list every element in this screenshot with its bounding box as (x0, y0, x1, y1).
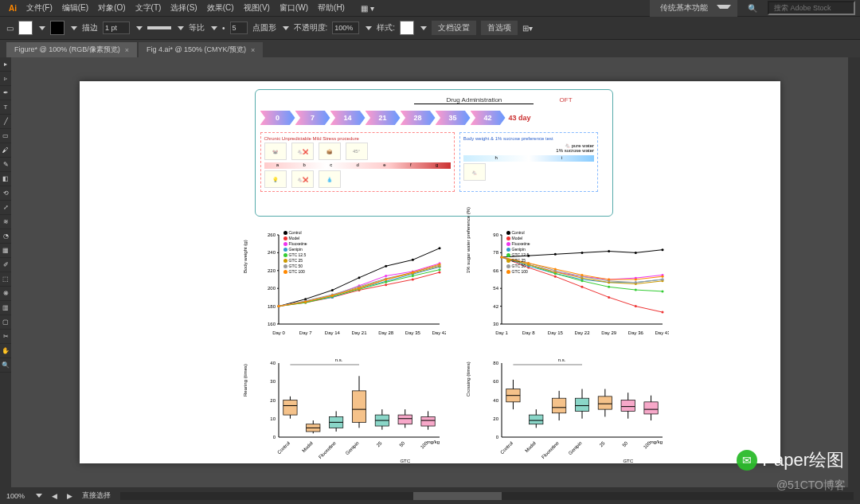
selection-tool-icon[interactable]: ▸ (0, 57, 11, 72)
chevron-down-icon (717, 5, 731, 12)
scrollbar-thumb[interactable] (413, 492, 502, 500)
direct-select-tool-icon[interactable]: ▹ (0, 72, 11, 86)
menu-file[interactable]: 文件(F) (22, 1, 57, 15)
close-icon[interactable]: × (125, 46, 129, 54)
svg-text:50: 50 (621, 440, 628, 447)
menu-effect[interactable]: 效果(C) (203, 1, 238, 15)
svg-point-149 (553, 268, 556, 270)
menu-view[interactable]: 视图(V) (240, 1, 274, 15)
svg-point-150 (580, 274, 583, 276)
shape-builder-icon[interactable]: ◔ (0, 229, 11, 244)
stress-protocol-box: Chronic Unpredictable Mild Stress proced… (260, 132, 455, 192)
svg-point-70 (277, 305, 280, 307)
svg-text:Control: Control (276, 440, 291, 455)
chart-bodyweight: Body weight (g) ControlModelFluoxetineGe… (247, 229, 446, 344)
search-icon[interactable]: 🔍 (744, 2, 761, 14)
eraser-tool-icon[interactable]: ◧ (0, 172, 11, 186)
artboard-tool-icon[interactable]: ▢ (0, 315, 11, 330)
svg-point-72 (330, 295, 333, 297)
svg-text:Day 43: Day 43 (655, 330, 669, 335)
artboard-nav-prev-icon[interactable]: ◀ (52, 492, 57, 500)
svg-text:Day 36: Day 36 (627, 330, 643, 335)
svg-rect-211 (552, 398, 565, 413)
line-tool-icon[interactable]: ╱ (0, 115, 11, 129)
width-tool-icon[interactable]: ≋ (0, 215, 11, 229)
current-tool-label: 直接选择 (82, 490, 111, 501)
svg-text:66: 66 (493, 268, 498, 273)
gradient-tool-icon[interactable]: ▦ (0, 244, 11, 258)
align-icon[interactable]: ⊞▾ (522, 24, 533, 33)
svg-point-151 (608, 279, 610, 281)
menu-select[interactable]: 选择(S) (166, 1, 201, 15)
svg-point-39 (385, 275, 387, 277)
menu-object[interactable]: 对象(O) (94, 1, 129, 15)
svg-point-26 (411, 259, 413, 261)
svg-text:60: 60 (493, 379, 498, 384)
brush-tool-icon[interactable]: 🖌 (0, 143, 11, 158)
drug-admin-label: Drug Administration (414, 96, 534, 104)
rect-tool-icon[interactable]: ▭ (0, 129, 11, 143)
prefs-button[interactable]: 首选项 (481, 21, 518, 35)
svg-text:Day 35: Day 35 (405, 330, 420, 335)
svg-text:260: 260 (267, 232, 276, 237)
canvas-area[interactable]: Drug Administration OFT 07142128354243 d… (11, 57, 848, 487)
workspace-switcher[interactable]: 传统基本功能 (650, 0, 737, 17)
rotate-tool-icon[interactable]: ⟲ (0, 186, 11, 201)
hand-tool-icon[interactable]: ✋ (0, 344, 11, 358)
symbol-tool-icon[interactable]: ❋ (0, 287, 11, 301)
close-icon[interactable]: × (251, 46, 255, 54)
chevron-down-icon (211, 26, 217, 30)
opacity-input[interactable] (332, 21, 359, 34)
svg-point-131 (634, 289, 636, 291)
status-bar: 100% ◀ ▶ 直接选择 (0, 487, 860, 504)
tab-fig4[interactable]: Fig 4.ai* @ 150% (CMYK/预览)× (139, 42, 263, 57)
zoom-level[interactable]: 100% (6, 492, 25, 500)
pencil-tool-icon[interactable]: ✎ (0, 158, 11, 172)
menu-edit[interactable]: 编辑(E) (58, 1, 92, 15)
stroke-style-preview[interactable] (147, 26, 171, 29)
svg-point-104 (661, 248, 663, 251)
graphic-style-swatch[interactable] (400, 21, 414, 35)
chevron-down-icon (36, 494, 42, 498)
right-panel-dock[interactable] (848, 57, 860, 487)
stock-search-input[interactable] (768, 1, 855, 15)
stroke-swatch[interactable] (50, 21, 64, 35)
svg-text:Day 15: Day 15 (547, 330, 563, 335)
svg-text:Day 8: Day 8 (522, 330, 534, 335)
menu-help[interactable]: 帮助(H) (314, 1, 349, 15)
svg-text:mg/kg: mg/kg (426, 440, 439, 444)
chevron-down-icon (420, 26, 427, 30)
arrange-icon[interactable]: ▦ ▾ (357, 2, 378, 14)
zoom-tool-icon[interactable]: 🔍 (0, 358, 11, 373)
stroke-weight-input[interactable] (103, 21, 130, 34)
svg-point-73 (358, 287, 360, 290)
svg-point-132 (661, 290, 663, 292)
type-tool-icon[interactable]: T (0, 100, 11, 115)
svg-text:240: 240 (267, 250, 276, 255)
graph-tool-icon[interactable]: ▥ (0, 301, 11, 315)
scale-tool-icon[interactable]: ⤢ (0, 201, 11, 215)
watermark-wechat: ✉Paper绘图 (737, 448, 844, 472)
tab-figure[interactable]: Figure* @ 100% (RGB/像素预览)× (6, 42, 137, 57)
artboard-nav-next-icon[interactable]: ▶ (67, 492, 72, 500)
menu-type[interactable]: 文字(T) (131, 1, 166, 15)
blend-tool-icon[interactable]: ⬚ (0, 272, 11, 287)
fill-swatch[interactable] (18, 21, 33, 35)
pen-tool-icon[interactable]: ✒ (0, 86, 11, 100)
slice-tool-icon[interactable]: ✂ (0, 330, 11, 344)
svg-text:78: 78 (493, 250, 498, 255)
svg-text:Day 21: Day 21 (351, 330, 367, 335)
eyedropper-tool-icon[interactable]: ✐ (0, 258, 11, 272)
svg-point-27 (438, 247, 440, 249)
svg-point-102 (608, 250, 610, 252)
svg-text:25: 25 (375, 440, 382, 447)
menu-window[interactable]: 窗口(W) (276, 1, 312, 15)
brush-count-input[interactable] (230, 21, 248, 34)
svg-rect-164 (283, 400, 296, 416)
doc-setup-button[interactable]: 文档设置 (432, 21, 476, 35)
brush-shape-label[interactable]: 点圆形 (252, 22, 276, 33)
horizontal-scrollbar[interactable] (120, 492, 854, 500)
svg-point-147 (500, 256, 502, 259)
ratio-dropdown[interactable]: 等比 (189, 22, 205, 33)
svg-text:GTC: GTC (623, 459, 633, 463)
